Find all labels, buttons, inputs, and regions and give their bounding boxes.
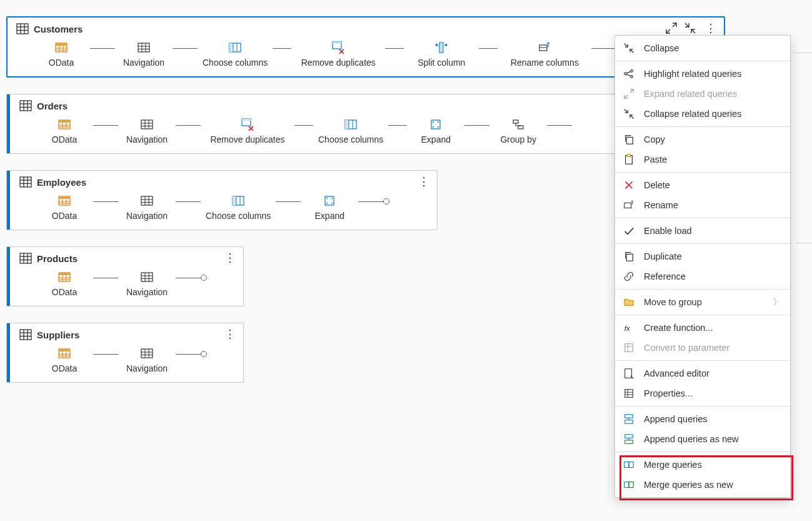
table-nav-icon [141, 195, 153, 207]
step-navigation[interactable]: Navigation [115, 41, 173, 68]
svg-rect-142 [625, 440, 633, 443]
step-navigation[interactable]: Navigation [118, 118, 176, 144]
step-odata[interactable]: OData [36, 271, 93, 297]
svg-rect-127 [624, 203, 631, 208]
menu-duplicate[interactable]: Duplicate [615, 246, 790, 266]
svg-rect-128 [626, 254, 633, 261]
svg-line-112 [630, 49, 633, 53]
menu-move-to-group[interactable]: Move to group 〉 [615, 292, 790, 312]
menu-merge-queries-new[interactable]: Merge queries as new [615, 475, 790, 495]
svg-line-116 [626, 71, 630, 73]
step-split-column[interactable]: Split column [404, 41, 479, 68]
highlight-related-icon [623, 68, 635, 80]
svg-line-8 [691, 29, 695, 33]
menu-rename[interactable]: Rename [615, 195, 790, 215]
svg-rect-144 [624, 462, 629, 468]
collapse-related-icon [623, 108, 635, 120]
step-rename-columns[interactable]: Rename columns [498, 41, 591, 68]
reference-icon [623, 270, 635, 283]
step-odata[interactable]: OData [36, 347, 93, 373]
step-group-by[interactable]: Group by [489, 118, 547, 144]
svg-line-121 [630, 115, 633, 118]
step-choose-columns[interactable]: Choose columns [313, 118, 388, 144]
table-nav-icon [138, 41, 150, 54]
choose-columns-icon [229, 41, 241, 54]
svg-rect-101 [59, 349, 70, 352]
menu-append-queries[interactable]: Append queries [615, 409, 790, 429]
svg-rect-145 [629, 462, 633, 468]
svg-rect-147 [629, 482, 633, 488]
choose-columns-icon [232, 195, 244, 207]
menu-append-queries-new[interactable]: Append queries as new [615, 429, 790, 449]
svg-rect-15 [138, 43, 149, 52]
menu-copy[interactable]: Copy [615, 129, 790, 149]
step-odata[interactable]: OData [33, 41, 90, 68]
step-navigation[interactable]: Navigation [118, 195, 176, 221]
step-odata[interactable]: OData [36, 195, 93, 221]
query-title: Suppliers [37, 330, 79, 340]
merge-new-icon [623, 478, 635, 491]
svg-rect-79 [20, 253, 31, 263]
svg-rect-138 [625, 415, 633, 418]
expand-step-icon [323, 195, 336, 207]
svg-rect-122 [626, 137, 633, 144]
query-card-products[interactable]: Products ⋮ OData Navigation [6, 246, 244, 306]
table-nav-icon [141, 347, 153, 360]
query-title: Products [37, 253, 78, 264]
step-remove-duplicates[interactable]: Remove duplicates [201, 118, 294, 144]
step-navigation[interactable]: Navigation [118, 271, 176, 297]
menu-create-function[interactable]: fx Create function... [615, 318, 790, 338]
svg-line-120 [624, 109, 628, 113]
menu-collapse-related[interactable]: Collapse related queries [615, 104, 790, 124]
menu-expand-related: Expand related queries [615, 84, 790, 104]
menu-reference[interactable]: Reference [615, 266, 790, 286]
step-choose-columns[interactable]: Choose columns [198, 41, 273, 68]
context-menu: Collapse Highlight related queries Expan… [614, 35, 791, 498]
svg-rect-75 [233, 196, 236, 205]
table-icon [19, 328, 32, 341]
duplicate-icon [623, 250, 635, 263]
advanced-editor-icon [623, 367, 635, 380]
svg-rect-139 [625, 420, 633, 423]
svg-point-113 [624, 73, 627, 75]
menu-collapse[interactable]: Collapse [615, 38, 790, 58]
remove-duplicates-icon [241, 118, 254, 131]
menu-paste[interactable]: Paste [615, 149, 790, 169]
svg-rect-141 [625, 435, 633, 438]
menu-merge-queries[interactable]: Merge queries [615, 455, 790, 475]
menu-highlight-related[interactable]: Highlight related queries [615, 64, 790, 84]
step-expand[interactable]: Expand [301, 195, 358, 221]
expand-related-icon [623, 88, 635, 100]
more-icon[interactable]: ⋮ [222, 251, 238, 265]
svg-rect-69 [141, 196, 153, 205]
query-card-orders[interactable]: Orders OData Navigation Remove [6, 94, 619, 154]
collapse-icon[interactable] [684, 22, 696, 34]
more-icon[interactable]: ⋮ [222, 327, 238, 341]
menu-properties[interactable]: Properties... [615, 383, 790, 403]
collapse-arrows-icon [623, 42, 635, 54]
svg-rect-146 [624, 482, 629, 488]
step-navigation[interactable]: Navigation [118, 347, 176, 373]
split-column-icon [435, 41, 448, 54]
step-odata[interactable]: OData [36, 118, 93, 144]
step-expand[interactable]: Expand [407, 118, 464, 144]
step-choose-columns[interactable]: Choose columns [201, 195, 276, 221]
expand-icon[interactable] [665, 22, 678, 34]
svg-line-111 [624, 44, 628, 47]
svg-rect-134 [625, 390, 633, 398]
menu-advanced-editor[interactable]: Advanced editor [615, 363, 790, 383]
table-icon [19, 176, 32, 188]
svg-rect-28 [439, 43, 443, 53]
query-card-suppliers[interactable]: Suppliers ⋮ OData Navigation [6, 323, 244, 383]
remove-duplicates-icon [332, 41, 344, 54]
append-icon [623, 413, 635, 425]
step-remove-duplicates[interactable]: Remove duplicates [291, 41, 385, 68]
menu-enable-load[interactable]: Enable load [615, 221, 790, 241]
paste-icon [623, 153, 635, 166]
more-icon[interactable]: ⋮ [416, 175, 432, 188]
menu-delete[interactable]: Delete [615, 175, 790, 195]
delete-icon [623, 179, 635, 191]
query-card-employees[interactable]: Employees ⋮ OData Navigation Choose colu… [6, 170, 438, 230]
more-icon[interactable]: ⋮ [703, 21, 719, 35]
svg-rect-42 [141, 120, 153, 129]
